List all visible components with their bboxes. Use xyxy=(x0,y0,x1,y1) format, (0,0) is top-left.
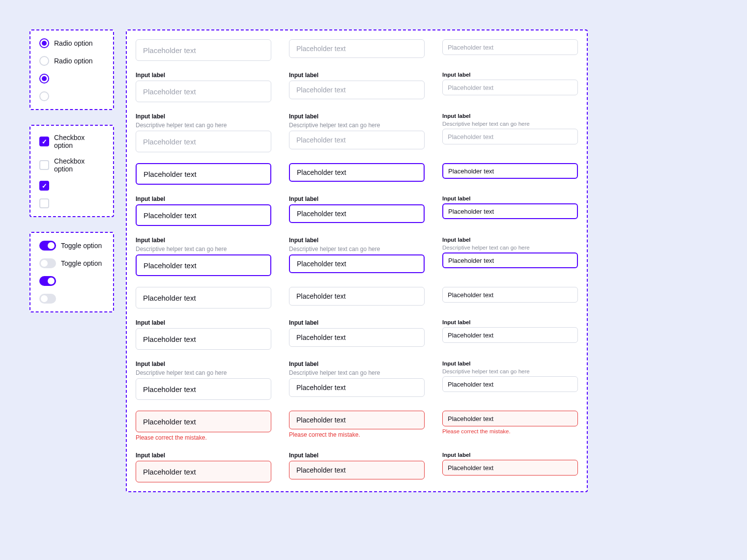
text-field: Input labelDescriptive helper text can g… xyxy=(136,113,271,152)
radio-option[interactable] xyxy=(39,74,104,84)
input-label: Input label xyxy=(442,452,578,458)
input-label: Input label xyxy=(289,196,425,202)
text-field: Input labelDescriptive helper text can g… xyxy=(442,237,578,276)
text-field: Placeholder text xyxy=(289,287,425,308)
text-input[interactable]: Placeholder text xyxy=(136,461,271,482)
input-error: Please correct the mistake. xyxy=(136,434,271,441)
checkbox-icon: ✓ xyxy=(39,137,49,146)
text-input[interactable]: Placeholder text xyxy=(289,131,425,149)
text-input[interactable]: Placeholder text xyxy=(136,131,271,152)
text-field: Input labelDescriptive helper text can g… xyxy=(289,361,425,400)
text-input[interactable]: Placeholder text xyxy=(442,252,578,268)
text-field: Input labelPlaceholder text xyxy=(136,72,271,102)
text-input[interactable]: Placeholder text xyxy=(136,81,271,102)
text-input[interactable]: Placeholder text xyxy=(442,327,578,343)
input-helper: Descriptive helper text can go here xyxy=(442,121,578,127)
radio-panel: Radio option Radio option xyxy=(29,29,114,110)
input-label: Input label xyxy=(442,361,578,366)
text-field: Input labelDescriptive helper text can g… xyxy=(442,113,578,152)
input-label: Input label xyxy=(442,196,578,201)
text-input[interactable]: Placeholder text xyxy=(442,39,578,55)
text-input[interactable]: Placeholder text xyxy=(289,411,425,429)
text-field: Input labelPlaceholder text xyxy=(289,319,425,350)
toggle-label: Toggle option xyxy=(61,259,102,267)
text-input[interactable]: Placeholder text xyxy=(136,287,271,308)
text-input[interactable]: Placeholder text xyxy=(289,378,425,397)
text-field: Input labelDescriptive helper text can g… xyxy=(136,361,271,400)
input-label: Input label xyxy=(136,452,271,459)
input-label: Input label xyxy=(289,237,425,244)
text-input[interactable]: Placeholder text xyxy=(289,204,425,223)
text-input[interactable]: Placeholder text xyxy=(136,328,271,350)
radio-label: Radio option xyxy=(54,39,93,47)
radio-option[interactable] xyxy=(39,91,104,101)
text-input[interactable]: Placeholder text xyxy=(289,287,425,306)
text-input[interactable]: Placeholder text xyxy=(289,254,425,273)
text-field: Input labelPlaceholder text xyxy=(442,196,578,226)
text-input[interactable]: Placeholder text xyxy=(442,460,578,476)
text-input[interactable]: Placeholder text xyxy=(136,163,271,185)
text-input[interactable]: Placeholder text xyxy=(289,163,425,182)
radio-option[interactable]: Radio option xyxy=(39,38,104,48)
text-field: Placeholder text xyxy=(289,39,425,61)
toggle-option[interactable] xyxy=(39,276,104,286)
input-helper: Descriptive helper text can go here xyxy=(136,246,271,252)
text-input[interactable]: Placeholder text xyxy=(442,203,578,219)
text-input[interactable]: Placeholder text xyxy=(289,81,425,99)
text-input[interactable]: Placeholder text xyxy=(289,39,425,58)
text-field: Placeholder text xyxy=(136,39,271,61)
text-input[interactable]: Placeholder text xyxy=(136,204,271,226)
text-input[interactable]: Placeholder text xyxy=(442,411,578,426)
radio-icon xyxy=(39,56,49,66)
checkbox-icon xyxy=(39,198,49,208)
radio-icon xyxy=(39,74,49,84)
input-helper: Descriptive helper text can go here xyxy=(289,369,425,376)
toggle-label: Toggle option xyxy=(61,242,102,250)
text-input[interactable]: Placeholder text xyxy=(136,39,271,61)
toggle-option[interactable]: Toggle option xyxy=(39,241,104,251)
text-field: Placeholder textPlease correct the mista… xyxy=(136,411,271,441)
input-label: Input label xyxy=(136,319,271,326)
input-label: Input label xyxy=(289,319,425,326)
text-input[interactable]: Placeholder text xyxy=(442,80,578,95)
toggle-option[interactable]: Toggle option xyxy=(39,258,104,268)
radio-option[interactable]: Radio option xyxy=(39,56,104,66)
input-error: Please correct the mistake. xyxy=(442,428,578,434)
input-label: Input label xyxy=(289,113,425,120)
text-field: Input labelDescriptive helper text can g… xyxy=(136,237,271,276)
text-input[interactable]: Placeholder text xyxy=(442,376,578,392)
text-input[interactable]: Placeholder text xyxy=(136,254,271,276)
checkbox-option[interactable] xyxy=(39,198,104,208)
input-label: Input label xyxy=(442,113,578,119)
text-input[interactable]: Placeholder text xyxy=(442,129,578,144)
input-label: Input label xyxy=(442,237,578,243)
text-input[interactable]: Placeholder text xyxy=(136,378,271,400)
input-label: Input label xyxy=(136,72,271,79)
text-field: Placeholder text xyxy=(442,163,578,185)
toggle-option[interactable] xyxy=(39,294,104,304)
toggle-icon xyxy=(39,258,56,268)
text-field: Placeholder text xyxy=(442,287,578,308)
checkbox-panel: ✓ Checkbox option Checkbox option ✓ xyxy=(29,125,114,217)
checkbox-option[interactable]: ✓ xyxy=(39,181,104,191)
input-helper: Descriptive helper text can go here xyxy=(442,368,578,374)
text-field: Placeholder textPlease correct the mista… xyxy=(289,411,425,441)
checkbox-icon xyxy=(39,160,49,170)
input-label: Input label xyxy=(442,319,578,325)
text-input[interactable]: Placeholder text xyxy=(289,328,425,347)
input-label: Input label xyxy=(136,196,271,202)
text-field: Input labelPlaceholder text xyxy=(136,319,271,350)
input-error: Please correct the mistake. xyxy=(289,431,425,438)
text-input[interactable]: Placeholder text xyxy=(289,461,425,479)
toggle-icon xyxy=(39,241,56,251)
text-input[interactable]: Placeholder text xyxy=(442,287,578,303)
text-input[interactable]: Placeholder text xyxy=(442,163,578,179)
checkbox-option[interactable]: Checkbox option xyxy=(39,157,104,173)
input-label: Input label xyxy=(289,72,425,79)
input-helper: Descriptive helper text can go here xyxy=(136,122,271,129)
text-field: Placeholder text xyxy=(136,287,271,308)
checkbox-option[interactable]: ✓ Checkbox option xyxy=(39,134,104,149)
inputs-panel: Placeholder textPlaceholder textPlacehol… xyxy=(126,29,588,492)
text-input[interactable]: Placeholder text xyxy=(136,411,271,432)
text-field: Input labelPlaceholder text xyxy=(442,452,578,482)
